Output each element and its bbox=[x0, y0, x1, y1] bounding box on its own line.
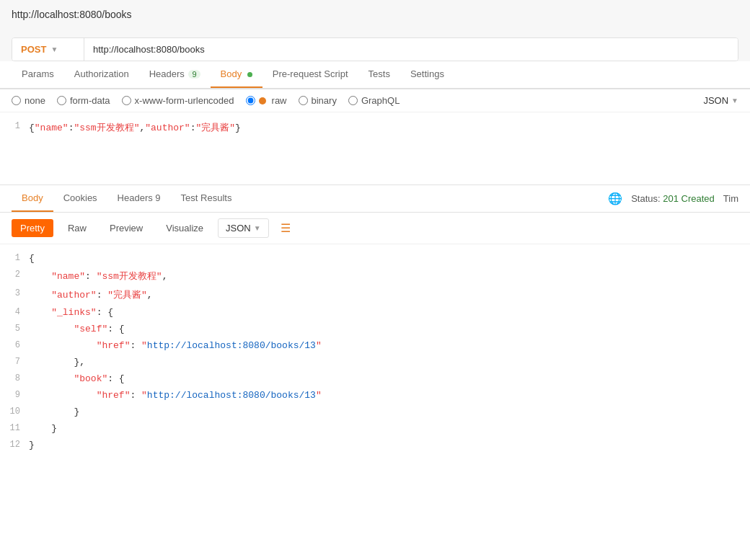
request-code: {"name":"ssm开发教程","author":"完具酱"} bbox=[29, 120, 750, 135]
response-sub-tabs-bar: Pretty Raw Preview Visualize JSON ▼ ☰ bbox=[0, 213, 750, 244]
response-json-label: JSON bbox=[226, 223, 251, 234]
method-text: POST bbox=[21, 44, 46, 55]
chevron-down-icon: ▼ bbox=[50, 45, 58, 53]
line-3-content: "author": "完具酱", bbox=[29, 287, 750, 303]
line-num-3: 3 bbox=[0, 287, 29, 300]
tab-tests[interactable]: Tests bbox=[358, 61, 400, 88]
line-11-content: } bbox=[29, 422, 750, 435]
line-8-content: "book": { bbox=[29, 372, 750, 386]
response-body-editor: 1 { 2 "name": "ssm开发教程", 3 "author": "完具… bbox=[0, 244, 750, 459]
line-12-content: } bbox=[29, 438, 750, 452]
line-number-1: 1 bbox=[0, 120, 29, 133]
line-5-content: "self": { bbox=[29, 322, 750, 336]
tab-body[interactable]: Body bbox=[211, 61, 262, 88]
response-line-11: 11 } bbox=[0, 420, 750, 437]
response-line-6: 6 "href": "http://localhost:8080/books/1… bbox=[0, 337, 750, 354]
globe-icon: 🌐 bbox=[608, 192, 622, 205]
link-book-href[interactable]: http://localhost:8080/books/13 bbox=[147, 390, 316, 401]
link-self-href[interactable]: http://localhost:8080/books/13 bbox=[147, 340, 316, 351]
response-tab-headers[interactable]: Headers 9 bbox=[107, 185, 171, 212]
response-line-10: 10 } bbox=[0, 404, 750, 420]
line-num-11: 11 bbox=[0, 422, 29, 435]
line-num-2: 2 bbox=[0, 268, 29, 281]
line-2-content: "name": "ssm开发教程", bbox=[29, 268, 750, 284]
body-options-bar: none form-data x-www-form-urlencoded raw… bbox=[0, 89, 750, 112]
line-num-9: 9 bbox=[0, 388, 29, 401]
sub-tab-raw[interactable]: Raw bbox=[59, 219, 95, 237]
line-num-1: 1 bbox=[0, 252, 29, 265]
line-num-10: 10 bbox=[0, 405, 29, 418]
response-line-3: 3 "author": "完具酱", bbox=[0, 285, 750, 304]
option-urlencoded[interactable]: x-www-form-urlencoded bbox=[122, 95, 234, 106]
line-num-8: 8 bbox=[0, 372, 29, 385]
sub-tab-visualize[interactable]: Visualize bbox=[157, 219, 212, 237]
line-9-content: "href": "http://localhost:8080/books/13" bbox=[29, 388, 750, 402]
response-line-9: 9 "href": "http://localhost:8080/books/1… bbox=[0, 387, 750, 404]
response-tabs-bar: Body Cookies Headers 9 Test Results 🌐 St… bbox=[0, 185, 750, 213]
tab-settings[interactable]: Settings bbox=[400, 61, 454, 88]
sub-tab-preview[interactable]: Preview bbox=[101, 219, 151, 237]
headers-badge: 9 bbox=[188, 70, 200, 79]
response-json-selector[interactable]: JSON ▼ bbox=[218, 218, 269, 238]
line-num-7: 7 bbox=[0, 355, 29, 368]
response-line-7: 7 }, bbox=[0, 354, 750, 370]
request-tabs: Params Authorization Headers 9 Body Pre-… bbox=[0, 61, 750, 89]
line-4-content: "_links": { bbox=[29, 306, 750, 319]
line-num-5: 5 bbox=[0, 322, 29, 335]
response-line-2: 2 "name": "ssm开发教程", bbox=[0, 267, 750, 285]
tab-pre-request[interactable]: Pre-request Script bbox=[262, 61, 358, 88]
url-input[interactable] bbox=[84, 38, 738, 61]
option-form-data[interactable]: form-data bbox=[57, 95, 110, 106]
line-num-6: 6 bbox=[0, 339, 29, 352]
raw-selected-dot bbox=[259, 97, 266, 105]
line-6-content: "href": "http://localhost:8080/books/13" bbox=[29, 339, 750, 352]
response-line-5: 5 "self": { bbox=[0, 321, 750, 337]
request-line-1: 1 {"name":"ssm开发教程","author":"完具酱"} bbox=[0, 118, 750, 137]
line-num-12: 12 bbox=[0, 438, 29, 451]
response-line-8: 8 "book": { bbox=[0, 370, 750, 387]
line-1-content: { bbox=[29, 252, 750, 265]
sub-tab-pretty[interactable]: Pretty bbox=[12, 219, 53, 237]
response-tab-cookies[interactable]: Cookies bbox=[53, 185, 107, 212]
request-body-editor[interactable]: 1 {"name":"ssm开发教程","author":"完具酱"} bbox=[0, 112, 750, 185]
response-line-1: 1 { bbox=[0, 250, 750, 267]
tab-headers[interactable]: Headers 9 bbox=[139, 61, 211, 88]
response-line-4: 4 "_links": { bbox=[0, 304, 750, 321]
json-chevron-icon: ▼ bbox=[731, 97, 738, 105]
page-url-title: http://localhost:8080/books bbox=[12, 9, 738, 20]
line-7-content: }, bbox=[29, 355, 750, 369]
response-json-chevron: ▼ bbox=[254, 224, 261, 232]
option-binary[interactable]: binary bbox=[299, 95, 337, 106]
response-headers-badge: 9 bbox=[155, 192, 160, 203]
status-text: Status: 201 Created bbox=[631, 193, 715, 204]
wrap-icon[interactable]: ☰ bbox=[281, 221, 291, 235]
line-num-4: 4 bbox=[0, 306, 29, 319]
option-raw[interactable]: raw bbox=[246, 95, 287, 106]
json-type-label: JSON bbox=[703, 95, 728, 106]
response-line-12: 12 } bbox=[0, 437, 750, 453]
status-code: 201 Created bbox=[663, 193, 715, 204]
tab-authorization[interactable]: Authorization bbox=[64, 61, 139, 88]
tab-params[interactable]: Params bbox=[12, 61, 64, 88]
option-none[interactable]: none bbox=[12, 95, 45, 106]
option-graphql[interactable]: GraphQL bbox=[348, 95, 400, 106]
json-type-selector[interactable]: JSON ▼ bbox=[703, 95, 738, 106]
response-status-area: 🌐 Status: 201 Created Tim bbox=[608, 192, 738, 205]
body-active-dot bbox=[247, 72, 252, 77]
line-10-content: } bbox=[29, 405, 750, 419]
time-label: Tim bbox=[723, 193, 738, 204]
method-select[interactable]: POST ▼ bbox=[12, 38, 84, 61]
response-tab-body[interactable]: Body bbox=[12, 185, 53, 212]
response-tab-test-results[interactable]: Test Results bbox=[171, 185, 242, 212]
request-bar: POST ▼ bbox=[12, 37, 738, 61]
